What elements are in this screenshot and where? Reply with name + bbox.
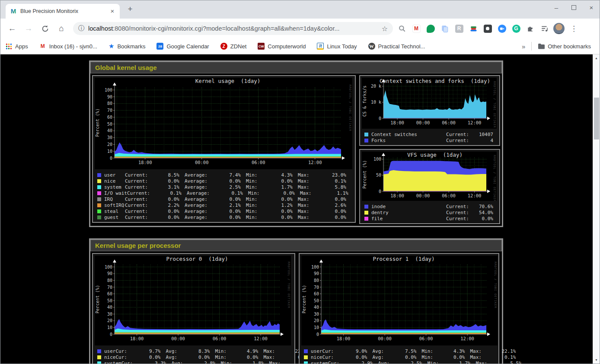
legend-label: inode — [371, 204, 446, 209]
grammarly-extension-icon[interactable]: G — [511, 23, 522, 34]
new-tab-button[interactable]: + — [124, 3, 136, 16]
legend-metric: Min:0.0% — [248, 190, 295, 196]
close-icon[interactable]: × — [587, 4, 595, 11]
legend-label: guest — [104, 215, 125, 220]
star-icon: ★ — [109, 42, 114, 50]
svg-text:10: 10 — [314, 325, 319, 330]
legend-metric: Min:1.2% — [246, 203, 293, 208]
legend-metric: Max:2.6% — [298, 203, 346, 208]
bookmark-practical-tech[interactable]: W Practical Technol... — [368, 43, 425, 50]
legend-metric: Current:0.0% — [125, 215, 179, 220]
zoom-extension-icon[interactable] — [496, 23, 507, 34]
legend-metric-value: 54.0% — [469, 210, 493, 215]
other-bookmarks[interactable]: Other bookmarks — [538, 43, 591, 50]
context-switches-panel: 010 k20 k18:0000:0006:0012:00Context swi… — [359, 75, 500, 146]
bookmark-bookmarks[interactable]: ★ Bookmarks — [109, 42, 145, 50]
bookmark-linux-today[interactable]: lt Linux Today — [317, 43, 357, 50]
svg-text:40: 40 — [107, 128, 112, 133]
vfs-usage-legend: inodeCurrent:70.6%dentryCurrent:54.0%fil… — [362, 203, 498, 222]
scroll-down-icon[interactable]: ▼ — [593, 356, 600, 364]
scrollbar-thumb[interactable] — [594, 98, 599, 139]
bookmarks-right-group: » Other bookmarks — [522, 42, 594, 51]
legend-label: system — [104, 184, 125, 190]
linux-today-icon: lt — [317, 43, 324, 50]
browser-menu-icon[interactable]: ⋮ — [568, 24, 580, 33]
svg-text:18:00: 18:00 — [390, 193, 404, 198]
back-icon[interactable]: ← — [5, 22, 19, 35]
bookmark-google-calendar[interactable]: 28 Google Calendar — [156, 43, 209, 50]
context-switches-graph[interactable]: 010 k20 k18:0000:0006:0012:00Context swi… — [362, 78, 498, 130]
legend-metric: Min:0.0% — [246, 196, 293, 202]
legend-metric: Avg:2.8% — [172, 361, 216, 364]
profile-avatar[interactable] — [553, 23, 565, 34]
legend-metric: Min:1.8% — [221, 361, 264, 364]
scroll-up-icon[interactable]: ▲ — [593, 54, 600, 62]
search-extension-icon[interactable] — [396, 23, 408, 34]
svg-text:0: 0 — [110, 156, 112, 161]
legend-label: IRQ — [104, 196, 125, 202]
legend-metric: Min:4.3% — [246, 172, 293, 178]
svg-text:06:00: 06:00 — [252, 160, 265, 165]
dark-extension-icon[interactable] — [482, 23, 493, 34]
extensions-puzzle-icon[interactable] — [525, 23, 536, 34]
section-kernel-per-processor: Kernel usage per processor 0102030405060… — [89, 238, 503, 364]
svg-text:Percent (%): Percent (%) — [95, 108, 100, 137]
r-extension-icon[interactable]: R — [453, 23, 465, 34]
gmail-extension-icon[interactable]: M — [411, 23, 422, 34]
kernel-usage-graph[interactable]: 010203040506070809010018:0000:0006:0012:… — [95, 78, 353, 171]
svg-text:RRDTOOL / TOBI OETIKER: RRDTOOL / TOBI OETIKER — [348, 85, 352, 131]
minimize-icon[interactable]: – — [552, 4, 560, 11]
legend-metric: Cur:9.7% — [116, 348, 161, 354]
svg-text:30: 30 — [107, 135, 112, 140]
bookmark-star-icon[interactable]: ☆ — [382, 25, 388, 33]
url-bar[interactable]: ⓘ localhost:8080/monitorix-cgi/monitorix… — [73, 22, 393, 35]
svg-text:12:00: 12:00 — [308, 160, 322, 165]
legend-metric-value: 0.0% — [469, 216, 493, 222]
legend-row: stealCurrent:0.0%Average:0.0%Min:0.0%Max… — [97, 208, 351, 214]
page-content: Global kernel usage 01020304050607080901… — [0, 54, 600, 364]
legend-metric: Average:2.5% — [185, 184, 241, 190]
tab-close-icon[interactable]: × — [109, 7, 116, 15]
browser-toolbar: ← → ⌂ ⓘ localhost:8080/monitorix-cgi/mon… — [0, 19, 600, 38]
per-processor-body: 010203040506070809010018:0000:0006:0012:… — [90, 251, 502, 364]
svg-text:60: 60 — [107, 291, 112, 296]
playlist-extension-icon[interactable] — [539, 23, 550, 34]
legend-row: Context switchesCurrent:10407 — [364, 131, 496, 137]
books-extension-icon[interactable] — [468, 23, 479, 34]
legend-metric: Average:0.1% — [187, 190, 243, 196]
bookmark-apps[interactable]: Apps — [6, 43, 28, 50]
legend-label: softIRQ — [104, 203, 125, 208]
processor-0-graph[interactable]: 010203040506070809010018:0000:0006:0012:… — [95, 256, 293, 347]
bookmark-zdnet[interactable]: Z ZDNet — [220, 43, 247, 50]
svg-text:20: 20 — [314, 318, 319, 323]
legend-metric-label: Current: — [446, 216, 469, 222]
context-switches-legend: Context switchesCurrent:10407ForksCurren… — [362, 130, 498, 143]
svg-text:0: 0 — [379, 116, 381, 121]
page-info-icon[interactable]: ⓘ — [78, 25, 84, 32]
svg-text:18:00: 18:00 — [390, 120, 404, 125]
scrollbar[interactable]: ▲ ▼ — [593, 54, 600, 364]
voice-extension-icon[interactable] — [425, 23, 436, 34]
bookmarks-overflow-icon[interactable]: » — [522, 43, 525, 50]
legend-row: systemCurrent:3.1%Average:2.5%Min:1.7%Ma… — [97, 184, 351, 190]
legend-label: steal — [104, 209, 125, 214]
tab-monitorix[interactable]: M Blue Precision Monitorix × — [6, 4, 120, 19]
processor-1-graph[interactable]: 010203040506070809010018:0000:0006:0012:… — [301, 256, 497, 347]
maximize-icon[interactable] — [571, 5, 576, 10]
vfs-usage-graph[interactable]: 05010018:0000:0006:0012:00VFS usage (1da… — [362, 152, 498, 203]
bookmark-inbox[interactable]: M Inbox (16) - sjvn0... — [39, 43, 97, 50]
home-icon[interactable]: ⌂ — [54, 22, 68, 35]
forward-icon[interactable]: → — [22, 22, 35, 35]
copy-pages-extension-icon[interactable] — [439, 23, 450, 34]
computerworld-icon: CW — [258, 43, 265, 50]
legend-row: systemCur:3.3%Avg:2.8%Min:1.8%Max:6.4% — [97, 360, 291, 364]
legend-row: softIRQCurrent:2.2%Average:2.1%Min:1.2%M… — [97, 202, 351, 208]
legend-label: dentry — [371, 210, 446, 215]
legend-metric: Current:0.1% — [127, 190, 182, 196]
legend-metric: Current:0.0% — [125, 196, 179, 202]
legend-metric: Max:1.1% — [300, 190, 348, 196]
wordpress-icon: W — [368, 43, 375, 50]
bookmark-computerworld[interactable]: CW Computerworld — [258, 43, 306, 50]
reload-icon[interactable] — [38, 22, 52, 35]
svg-text:10 k: 10 k — [371, 100, 381, 104]
